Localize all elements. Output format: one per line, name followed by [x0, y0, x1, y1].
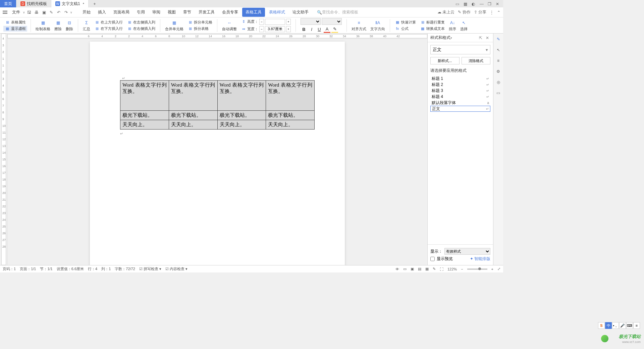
menu-tab-dev[interactable]: 开发工具: [195, 8, 218, 17]
height-input[interactable]: [265, 19, 285, 25]
ruler-icon[interactable]: ▭: [403, 267, 407, 271]
table-cell[interactable]: 天天向上。: [266, 120, 315, 130]
undo-icon[interactable]: ↶: [55, 9, 62, 16]
text-direction-button[interactable]: ⅡA文字方向: [369, 19, 386, 32]
menu-tab-member[interactable]: 会员专享: [219, 8, 241, 17]
highlight-button[interactable]: ✎: [331, 26, 338, 33]
zoom-slider[interactable]: [467, 268, 487, 270]
select-button[interactable]: ↖选择: [459, 19, 469, 32]
menu-tab-chapter[interactable]: 章节: [180, 8, 195, 17]
show-select[interactable]: 有效样式: [444, 248, 490, 255]
zoom-value[interactable]: 122%: [447, 267, 457, 271]
insert-left-button[interactable]: ⊞在左侧插入列: [125, 19, 157, 25]
status-row[interactable]: 行：4: [88, 266, 97, 271]
location-icon[interactable]: ◎: [495, 79, 501, 85]
collab-button[interactable]: ✎ 协作: [458, 9, 470, 15]
header-repeat-button[interactable]: ⊞标题行重复: [419, 19, 446, 25]
insert-above-button[interactable]: ⊞在上方插入行: [93, 19, 124, 25]
toc-icon[interactable]: ≡: [495, 58, 501, 64]
style-item-h4[interactable]: 标题 4↵: [430, 94, 490, 100]
to-text-button[interactable]: ▦转换成文本: [419, 26, 446, 32]
table-cell[interactable]: 极光下载站。: [169, 111, 217, 120]
bold-button[interactable]: B: [301, 26, 307, 33]
content-check-button[interactable]: ☑ 内容检查 ▾: [165, 266, 187, 271]
table-properties-button[interactable]: ⊞表格属性: [3, 19, 27, 25]
italic-button[interactable]: I: [308, 26, 315, 33]
view3-icon[interactable]: ▦: [425, 267, 429, 271]
new-style-button[interactable]: 新样式...: [430, 57, 460, 64]
cursor-icon[interactable]: ↖: [495, 47, 501, 53]
panel-close-icon[interactable]: ✕: [486, 36, 490, 40]
style-item-default[interactable]: 默认段落字体a: [430, 100, 490, 106]
zoom-out-button[interactable]: −: [461, 267, 463, 271]
sort-button[interactable]: A↓排序: [447, 19, 458, 32]
table-cell[interactable]: Word 表格文字行列互换。: [120, 81, 169, 111]
clear-format-button[interactable]: 清除格式: [462, 57, 491, 64]
skin-icon[interactable]: ◐: [472, 2, 476, 6]
more-icon[interactable]: ⋮: [490, 10, 494, 15]
status-section[interactable]: 节：1/1: [40, 266, 52, 271]
collapse-ribbon-icon[interactable]: ⌃: [497, 10, 500, 15]
style-item-body[interactable]: 正文↵: [430, 106, 490, 112]
sum-button[interactable]: Σ汇总: [82, 19, 92, 32]
restore-button[interactable]: ❐: [488, 2, 492, 6]
tab-new[interactable]: ＋: [89, 0, 101, 7]
insert-below-button[interactable]: ⊞在下方插入行: [93, 26, 124, 32]
height-dec[interactable]: −: [259, 19, 264, 25]
menu-tab-ref[interactable]: 引用: [133, 8, 148, 17]
smart-layout-link[interactable]: ✦ 智能排版: [470, 256, 490, 262]
align-button[interactable]: ≡对齐方式: [350, 19, 368, 32]
horizontal-ruler[interactable]: 6422468101214161820222426283032343638404…: [7, 34, 427, 39]
table-cell[interactable]: 天天向上。: [169, 120, 217, 130]
zoom-in-button[interactable]: +: [491, 267, 493, 271]
menu-tab-table-style[interactable]: 表格样式: [266, 8, 288, 17]
formula-button[interactable]: fx公式: [393, 26, 417, 32]
document-table[interactable]: Word 表格文字行列互换。 Word 表格文字行列互换。 Word 表格文字行…: [120, 80, 315, 130]
fast-calc-button[interactable]: ▦快速计算: [393, 19, 417, 25]
layout-icon[interactable]: ▭: [455, 2, 460, 6]
pin-icon[interactable]: ⇱: [479, 36, 484, 40]
settings-icon[interactable]: ⚙: [495, 68, 501, 74]
style-item-h3[interactable]: 标题 3↵: [430, 88, 490, 94]
expand-icon[interactable]: ⤢: [497, 267, 500, 271]
table-cell[interactable]: 极光下载站。: [266, 111, 315, 120]
document-canvas[interactable]: ↵ Word 表格文字行列互换。 Word 表格文字行列互换。 Word 表格文…: [7, 39, 427, 265]
table-row[interactable]: 极光下载站。 极光下载站。 极光下载站。 极光下载站。: [120, 111, 315, 120]
menu-tab-table-tools[interactable]: 表格工具: [242, 8, 265, 17]
view1-icon[interactable]: ▣: [411, 267, 414, 271]
fit-icon[interactable]: ⛶: [440, 267, 443, 271]
status-page-num[interactable]: 页码：1: [3, 266, 16, 271]
style-item-h1[interactable]: 标题 1↵: [430, 76, 490, 82]
underline-button[interactable]: U: [316, 26, 323, 33]
print-icon[interactable]: 🖶: [33, 9, 40, 16]
insert-right-button[interactable]: ⊞在右侧插入列: [125, 26, 157, 32]
menu-tab-start[interactable]: 开始: [79, 8, 94, 17]
delete-button[interactable]: ⊟删除: [64, 19, 74, 32]
show-gridlines-button[interactable]: ▦显示虚框: [3, 26, 27, 32]
table-cell[interactable]: 极光下载站。: [217, 111, 266, 120]
grid-icon[interactable]: ▦: [464, 2, 468, 6]
book-icon[interactable]: ▭: [495, 90, 501, 96]
style-item-h2[interactable]: 标题 2↵: [430, 82, 490, 88]
table-row[interactable]: 天天向上。 天天向上。 天天向上。 天天向上。: [120, 120, 315, 130]
save-icon[interactable]: 🖫: [26, 9, 33, 16]
font-family-select[interactable]: [301, 18, 321, 25]
menu-tab-review[interactable]: 审阅: [149, 8, 164, 17]
erase-button[interactable]: ▦擦除: [53, 19, 63, 32]
width-input[interactable]: [265, 26, 285, 32]
view2-icon[interactable]: ▤: [418, 267, 421, 271]
menu-tab-thesis[interactable]: 论文助手: [289, 8, 312, 17]
table-row[interactable]: Word 表格文字行列互换。 Word 表格文字行列互换。 Word 表格文字行…: [120, 81, 315, 111]
spellcheck-button[interactable]: ☑ 拼写检查 ▾: [139, 266, 161, 271]
share-button[interactable]: ⇪ 分享: [474, 9, 486, 15]
pen-icon[interactable]: ✎: [495, 36, 501, 42]
menu-tab-insert[interactable]: 插入: [95, 8, 109, 17]
split-table-button[interactable]: ⊞拆分表格: [186, 26, 214, 32]
split-cell-button[interactable]: ⊞拆分单元格: [186, 19, 214, 25]
font-size-select[interactable]: [322, 18, 342, 25]
vertical-ruler[interactable]: 4321123456789101112131415161718192021222…: [0, 34, 7, 265]
tab-document[interactable]: W 文字文稿1 •: [51, 0, 89, 7]
menu-tab-layout[interactable]: 页面布局: [110, 8, 133, 17]
table-cell[interactable]: Word 表格文字行列互换。: [169, 81, 217, 111]
eye-icon[interactable]: 👁: [395, 267, 399, 271]
